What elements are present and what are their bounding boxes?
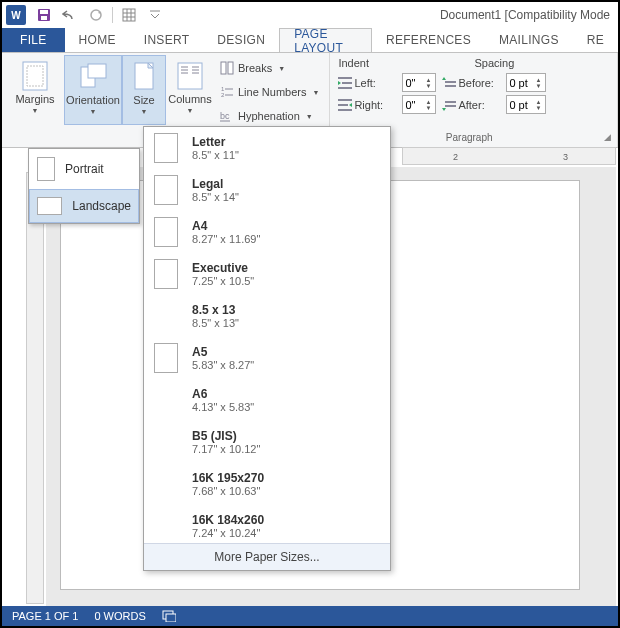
breaks-label: Breaks [238,62,272,74]
tab-home[interactable]: HOME [65,28,130,52]
size-item-name: A4 [192,219,260,233]
indent-right-input[interactable] [403,99,425,111]
title-bar: W Document1 [Compatibility Mode [2,2,618,28]
vertical-ruler[interactable] [26,172,44,604]
orientation-button[interactable]: Orientation ▼ [64,55,122,125]
size-item[interactable]: 8.5 x 138.5" x 13" [144,295,390,337]
margins-button[interactable]: Margins ▼ [6,55,64,125]
status-word-count[interactable]: 0 WORDS [94,610,145,622]
size-item-dims: 8.5" x 13" [192,317,239,329]
size-menu-scroll[interactable]: Letter8.5" x 11"Legal8.5" x 14"A48.27" x… [144,127,390,543]
landscape-page-icon [37,197,62,215]
orientation-label: Orientation [66,94,120,106]
status-spellcheck-icon[interactable] [162,610,176,622]
size-item[interactable]: A64.13" x 5.83" [144,379,390,421]
size-item-name: Legal [192,177,239,191]
size-item[interactable]: A55.83" x 8.27" [144,337,390,379]
horizontal-ruler[interactable]: 2 3 [402,147,616,165]
page-thumb-icon [154,427,178,457]
size-item-dims: 8.27" x 11.69" [192,233,260,245]
size-item[interactable]: Legal8.5" x 14" [144,169,390,211]
size-item-name: A6 [192,387,254,401]
page-thumb-icon [154,259,178,289]
spacing-before-spinner[interactable]: ▲▼ [506,73,546,92]
breaks-button[interactable]: Breaks▼ [216,57,323,79]
size-item[interactable]: A48.27" x 11.69" [144,211,390,253]
breaks-icon [220,61,234,75]
orientation-landscape-item[interactable]: Landscape [29,189,139,223]
orientation-portrait-item[interactable]: Portrait [29,149,139,189]
page-thumb-icon [154,469,178,499]
indent-right-label: Right: [354,99,400,111]
paragraph-dialog-launcher[interactable]: ◢ [604,132,611,142]
size-item[interactable]: 16K 184x2607.24" x 10.24" [144,505,390,543]
status-bar: PAGE 1 OF 1 0 WORDS [2,606,618,626]
size-label: Size [133,94,154,106]
size-item-name: Executive [192,261,254,275]
svg-rect-31 [166,614,176,622]
indent-left-input[interactable] [403,77,425,89]
size-item-name: Letter [192,135,239,149]
size-item-dims: 8.5" x 14" [192,191,239,203]
spacing-before-input[interactable] [507,77,535,89]
tab-file[interactable]: FILE [2,28,65,52]
portrait-page-icon [37,157,55,181]
chevron-down-icon: ▼ [306,113,313,120]
indent-right-icon [338,99,352,111]
tab-references[interactable]: REFERENCES [372,28,485,52]
spacing-group-title: Spacing [442,57,546,69]
svg-rect-4 [123,9,135,21]
chevron-down-icon: ▼ [90,108,97,115]
status-page-count[interactable]: PAGE 1 OF 1 [12,610,78,622]
hyphenation-button[interactable]: bc Hyphenation▼ [216,105,323,127]
spacing-after-spinner[interactable]: ▲▼ [506,95,546,114]
size-item[interactable]: 16K 195x2707.68" x 10.63" [144,463,390,505]
line-numbers-icon: 12 [220,85,234,99]
page-thumb-icon [154,175,178,205]
columns-label: Columns [168,93,211,105]
size-button[interactable]: Size ▼ [122,55,166,125]
save-button[interactable] [32,4,56,26]
indent-left-spinner[interactable]: ▲▼ [402,73,436,92]
word-app-icon: W [6,5,26,25]
indent-left-icon [338,77,352,89]
hyphenation-label: Hyphenation [238,110,300,122]
spacing-after-input[interactable] [507,99,535,111]
more-paper-sizes-item[interactable]: More Paper Sizes... [144,543,390,570]
redo-button[interactable] [84,4,108,26]
table-quick-button[interactable] [117,4,141,26]
line-numbers-button[interactable]: 12 Line Numbers▼ [216,81,323,103]
ribbon-tabs: FILE HOME INSERT DESIGN PAGE LAYOUT REFE… [2,28,618,52]
size-item[interactable]: B5 (JIS)7.17" x 10.12" [144,421,390,463]
tab-mailings[interactable]: MAILINGS [485,28,573,52]
size-item[interactable]: Letter8.5" x 11" [144,127,390,169]
line-numbers-label: Line Numbers [238,86,306,98]
indent-right-spinner[interactable]: ▲▼ [402,95,436,114]
qat-customize-button[interactable] [143,4,167,26]
orientation-menu: Portrait Landscape [28,148,140,224]
size-item[interactable]: Executive7.25" x 10.5" [144,253,390,295]
orientation-landscape-label: Landscape [72,199,131,213]
paragraph-group-label: Paragraph [446,132,493,143]
undo-button[interactable] [58,4,82,26]
columns-button[interactable]: Columns ▼ [166,55,214,125]
margins-label: Margins [15,93,54,105]
orientation-portrait-label: Portrait [65,162,104,176]
tab-page-layout[interactable]: PAGE LAYOUT [279,28,372,52]
size-item-dims: 5.83" x 8.27" [192,359,254,371]
spacing-after-label: After: [458,99,504,111]
spacing-after-icon [442,99,456,111]
size-item-dims: 7.25" x 10.5" [192,275,254,287]
spacing-before-label: Before: [458,77,504,89]
spacing-before-icon [442,77,456,89]
svg-rect-22 [221,62,226,74]
tab-insert[interactable]: INSERT [130,28,204,52]
svg-rect-23 [228,62,233,74]
tab-review-partial[interactable]: RE [573,28,618,52]
size-menu: Letter8.5" x 11"Legal8.5" x 14"A48.27" x… [143,126,391,571]
page-thumb-icon [154,133,178,163]
svg-rect-1 [40,10,48,14]
tab-design[interactable]: DESIGN [203,28,279,52]
chevron-down-icon: ▼ [278,65,285,72]
indent-left-label: Left: [354,77,400,89]
